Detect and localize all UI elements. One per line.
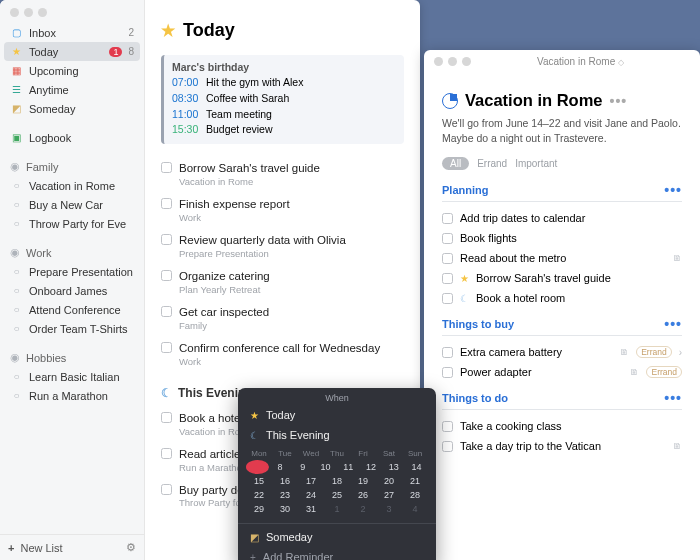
task-row[interactable]: ★Borrow Sarah's travel guide: [442, 268, 682, 288]
filter-important[interactable]: Important: [515, 158, 557, 169]
filter-all[interactable]: All: [442, 157, 469, 170]
calendar-day[interactable]: 26: [350, 488, 376, 502]
sidebar-item-today[interactable]: ★Today18: [4, 42, 140, 61]
calendar-day[interactable]: 19: [350, 474, 376, 488]
project-section-heading[interactable]: Things to buy•••: [442, 316, 682, 336]
calendar-day[interactable]: 9: [292, 460, 315, 474]
sidebar-project[interactable]: ○Prepare Presentation: [4, 262, 140, 281]
sidebar-item-inbox[interactable]: ▢Inbox2: [4, 23, 140, 42]
task-row[interactable]: Power adapter🗎Errand: [442, 362, 682, 382]
task-row[interactable]: Organize cateringPlan Yearly Retreat: [161, 264, 404, 300]
sidebar-project[interactable]: ○Onboard James: [4, 281, 140, 300]
project-note[interactable]: We'll go from June 14–22 and visit Jane …: [442, 116, 682, 145]
checkbox[interactable]: [161, 234, 172, 245]
calendar-day[interactable]: 16: [272, 474, 298, 488]
calendar-day[interactable]: 11: [337, 460, 360, 474]
traffic-lights[interactable]: [434, 57, 471, 66]
plus-icon[interactable]: +: [8, 542, 14, 554]
sidebar-area[interactable]: ◉Hobbies: [4, 348, 140, 367]
calendar-day[interactable]: 21: [402, 474, 428, 488]
calendar-day[interactable]: 8: [269, 460, 292, 474]
schedule-event[interactable]: 15:30Budget review: [172, 122, 396, 138]
task-row[interactable]: Finish expense reportWork: [161, 192, 404, 228]
sidebar-project[interactable]: ○Throw Party for Eve: [4, 214, 140, 233]
calendar-day[interactable]: 17: [298, 474, 324, 488]
calendar-day[interactable]: [246, 460, 269, 474]
calendar-day[interactable]: 20: [376, 474, 402, 488]
task-row[interactable]: Read about the metro🗎: [442, 248, 682, 268]
sidebar-project[interactable]: ○Attend Conference: [4, 300, 140, 319]
schedule-event[interactable]: 11:00Team meeting: [172, 107, 396, 123]
task-row[interactable]: Review quarterly data with OliviaPrepare…: [161, 228, 404, 264]
checkbox[interactable]: [442, 253, 453, 264]
traffic-lights[interactable]: [0, 0, 144, 23]
calendar-day[interactable]: 28: [402, 488, 428, 502]
when-someday[interactable]: ◩Someday: [238, 527, 436, 547]
task-row[interactable]: Add trip dates to calendar: [442, 208, 682, 228]
sidebar-item-logbook[interactable]: ▣Logbook: [4, 128, 140, 147]
checkbox[interactable]: [161, 412, 172, 423]
calendar-day[interactable]: 18: [324, 474, 350, 488]
checkbox[interactable]: [161, 270, 172, 281]
checkbox[interactable]: [161, 342, 172, 353]
checkbox[interactable]: [442, 421, 453, 432]
task-row[interactable]: Confirm conference call for WednesdayWor…: [161, 336, 404, 372]
schedule-event[interactable]: 07:00Hit the gym with Alex: [172, 75, 396, 91]
task-row[interactable]: Book flights: [442, 228, 682, 248]
more-icon[interactable]: •••: [664, 182, 682, 198]
checkbox[interactable]: [442, 273, 453, 284]
checkbox[interactable]: [161, 448, 172, 459]
calendar-day[interactable]: 31: [298, 502, 324, 516]
checkbox[interactable]: [161, 306, 172, 317]
calendar-day[interactable]: 22: [246, 488, 272, 502]
calendar-day[interactable]: 23: [272, 488, 298, 502]
checkbox[interactable]: [442, 233, 453, 244]
when-evening[interactable]: ☾This Evening: [238, 425, 436, 445]
task-row[interactable]: Extra camera battery🗎Errand›: [442, 342, 682, 362]
calendar-day[interactable]: 1: [324, 502, 350, 516]
checkbox[interactable]: [161, 198, 172, 209]
task-row[interactable]: Take a cooking class: [442, 416, 682, 436]
calendar-day[interactable]: 14: [405, 460, 428, 474]
calendar[interactable]: MonTueWedThuFriSatSun 891011121314151617…: [238, 445, 436, 520]
task-row[interactable]: Get car inspectedFamily: [161, 300, 404, 336]
more-icon[interactable]: •••: [664, 316, 682, 332]
checkbox[interactable]: [442, 441, 453, 452]
calendar-day[interactable]: 12: [360, 460, 383, 474]
checkbox[interactable]: [161, 162, 172, 173]
sidebar-project[interactable]: ○Order Team T-Shirts: [4, 319, 140, 338]
calendar-day[interactable]: 2: [350, 502, 376, 516]
sidebar-item-upcoming[interactable]: ▦Upcoming: [4, 61, 140, 80]
task-row[interactable]: Take a day trip to the Vatican🗎: [442, 436, 682, 456]
calendar-day[interactable]: 30: [272, 502, 298, 516]
calendar-day[interactable]: 27: [376, 488, 402, 502]
calendar-day[interactable]: 4: [402, 502, 428, 516]
more-icon[interactable]: •••: [610, 93, 628, 109]
sidebar-item-anytime[interactable]: ☰Anytime: [4, 80, 140, 99]
checkbox[interactable]: [161, 484, 172, 495]
calendar-day[interactable]: 29: [246, 502, 272, 516]
calendar-day[interactable]: 15: [246, 474, 272, 488]
settings-icon[interactable]: ⚙: [126, 541, 136, 554]
filter-errand[interactable]: Errand: [477, 158, 507, 169]
checkbox[interactable]: [442, 293, 453, 304]
when-today[interactable]: ★Today: [238, 405, 436, 425]
project-section-heading[interactable]: Planning•••: [442, 182, 682, 202]
sidebar-area[interactable]: ◉Work: [4, 243, 140, 262]
calendar-day[interactable]: 13: [383, 460, 406, 474]
task-row[interactable]: ☾Book a hotel room: [442, 288, 682, 308]
sidebar-project[interactable]: ○Buy a New Car: [4, 195, 140, 214]
new-list-button[interactable]: New List: [20, 542, 62, 554]
sidebar-project[interactable]: ○Run a Marathon: [4, 386, 140, 405]
chevron-right-icon[interactable]: ›: [679, 347, 682, 358]
calendar-day[interactable]: 3: [376, 502, 402, 516]
schedule-block[interactable]: Marc's birthday 07:00Hit the gym with Al…: [161, 55, 404, 144]
calendar-day[interactable]: 24: [298, 488, 324, 502]
calendar-day[interactable]: 25: [324, 488, 350, 502]
project-section-heading[interactable]: Things to do•••: [442, 390, 682, 410]
sidebar-project[interactable]: ○Vacation in Rome: [4, 176, 140, 195]
calendar-day[interactable]: 10: [314, 460, 337, 474]
schedule-event[interactable]: 08:30Coffee with Sarah: [172, 91, 396, 107]
sidebar-project[interactable]: ○Learn Basic Italian: [4, 367, 140, 386]
sidebar-item-someday[interactable]: ◩Someday: [4, 99, 140, 118]
